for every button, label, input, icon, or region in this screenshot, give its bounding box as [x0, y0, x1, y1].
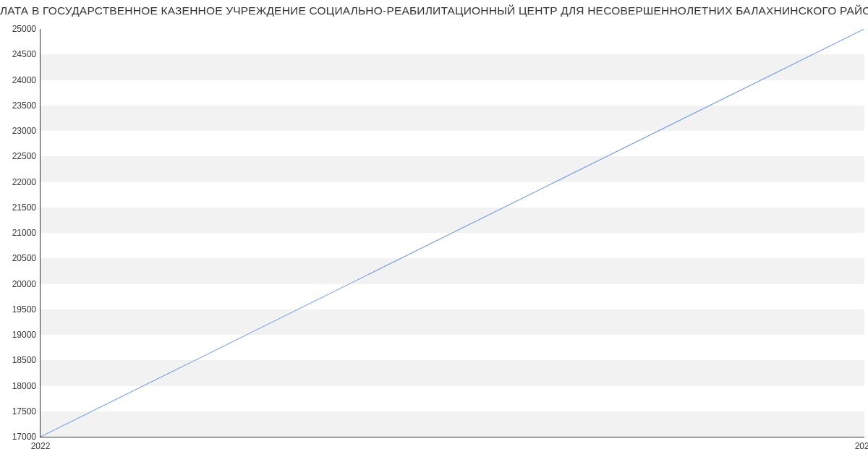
chart-container: ЛАТА В ГОСУДАРСТВЕННОЕ КАЗЕННОЕ УЧРЕЖДЕН… [0, 0, 868, 470]
y-tick-label: 24500 [12, 50, 41, 59]
y-tick-label: 22000 [12, 178, 41, 187]
plot-area: 1700017500180001850019000195002000020500… [40, 29, 864, 437]
y-tick-label: 23000 [12, 127, 41, 135]
y-tick-label: 25000 [12, 25, 41, 33]
y-tick-label: 20000 [12, 280, 41, 289]
y-tick-label: 23500 [12, 101, 41, 110]
y-tick-label: 22500 [12, 152, 41, 161]
x-tick-label: 2023 [855, 437, 868, 451]
y-tick-label: 21000 [12, 228, 41, 237]
y-tick-label: 19000 [12, 330, 41, 339]
line-svg [41, 29, 864, 437]
y-tick-label: 19500 [12, 305, 41, 314]
chart-title: ЛАТА В ГОСУДАРСТВЕННОЕ КАЗЕННОЕ УЧРЕЖДЕН… [0, 4, 868, 17]
y-tick-label: 18000 [12, 382, 41, 390]
y-tick-label: 17500 [12, 407, 41, 416]
y-tick-label: 21500 [12, 203, 41, 212]
y-tick-label: 24000 [12, 76, 41, 85]
data-line [41, 29, 864, 437]
y-tick-label: 20500 [12, 254, 41, 262]
x-tick-label: 2022 [31, 437, 51, 451]
y-tick-label: 18500 [12, 356, 41, 364]
